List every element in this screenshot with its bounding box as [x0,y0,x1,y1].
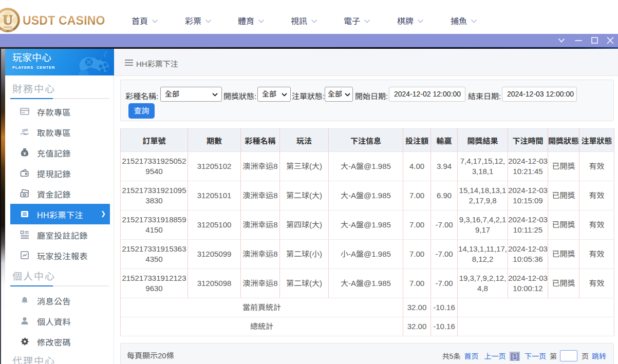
svg-text:¥: ¥ [23,151,26,156]
